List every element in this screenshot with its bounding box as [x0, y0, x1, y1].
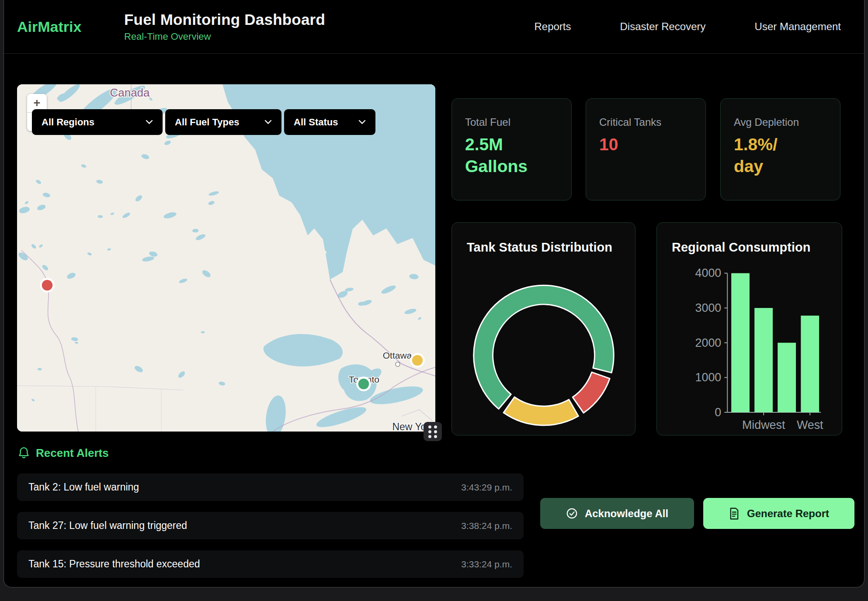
page-subtitle: Real-Time Overview: [124, 31, 325, 42]
acknowledge-all-label: Acknowledge All: [585, 508, 668, 520]
check-circle-icon: [566, 508, 578, 519]
alerts-header: Recent Alerts: [18, 446, 109, 460]
tank-status-chart-card: Tank Status Distribution: [451, 222, 635, 435]
svg-text:West: West: [797, 418, 823, 432]
stat-value: 1.8%/ day: [734, 134, 827, 177]
header-bar: AirMatrix Fuel Monitoring Dashboard Real…: [4, 0, 864, 54]
stat-value: 10: [599, 134, 692, 155]
stat-value-line2: Gallons: [465, 155, 558, 177]
regional-consumption-bar-chart: 01000200030004000MidwestWest: [657, 223, 842, 435]
stat-label: Critical Tanks: [599, 116, 692, 128]
chevron-down-icon: [146, 120, 153, 124]
alert-message: Tank 2: Low fuel warning: [28, 481, 139, 493]
svg-text:3000: 3000: [695, 301, 722, 314]
generate-report-label: Generate Report: [747, 508, 829, 520]
stat-value: 2.5M Gallons: [465, 134, 558, 177]
alert-timestamp: 3:43:29 p.m.: [461, 482, 512, 493]
city-label-ottawa: Ottawa: [383, 350, 412, 360]
regional-consumption-chart-card: Regional Consumption 01000200030004000Mi…: [656, 222, 842, 435]
nav-item-reports[interactable]: Reports: [534, 21, 571, 33]
bell-icon: [18, 447, 30, 459]
normal-tank-marker[interactable]: [358, 378, 370, 390]
bay-island: [309, 249, 326, 256]
map-resize-handle[interactable]: [424, 422, 442, 441]
brand-logo: AirMatrix: [17, 18, 124, 35]
stat-label: Avg Depletion: [734, 116, 827, 128]
map-svg: Canada Ottawa Toronto New York: [17, 84, 435, 432]
main-nav: Reports Disaster Recovery User Managemen…: [534, 21, 841, 33]
document-icon: [729, 508, 740, 520]
status-filter-value: All Status: [294, 117, 338, 128]
warning-tank-marker[interactable]: [411, 354, 424, 367]
svg-text:Midwest: Midwest: [742, 418, 785, 432]
alert-row[interactable]: Tank 27: Low fuel warning triggered 3:38…: [17, 512, 524, 539]
alert-timestamp: 3:33:24 p.m.: [461, 559, 512, 570]
map-canvas[interactable]: Canada Ottawa Toronto New York: [17, 84, 435, 432]
dashboard-window: AirMatrix Fuel Monitoring Dashboard Real…: [3, 0, 865, 587]
title-block: Fuel Monitoring Dashboard Real-Time Over…: [124, 11, 325, 42]
fuel-type-filter-dropdown[interactable]: All Fuel Types: [165, 109, 281, 135]
map-panel: Canada Ottawa Toronto New York + −: [17, 84, 435, 432]
acknowledge-all-button[interactable]: Acknowledge All: [540, 498, 694, 529]
critical-tank-marker[interactable]: [41, 279, 54, 292]
region-filter-dropdown[interactable]: All Regions: [32, 109, 163, 135]
nav-item-user-management[interactable]: User Management: [755, 21, 841, 33]
alert-row[interactable]: Tank 15: Pressure threshold exceeded 3:3…: [17, 550, 524, 578]
fuel-type-filter-value: All Fuel Types: [175, 117, 240, 128]
svg-text:0: 0: [715, 406, 721, 419]
stat-label: Total Fuel: [465, 116, 558, 128]
alert-timestamp: 3:38:24 p.m.: [461, 521, 512, 531]
chevron-down-icon: [358, 120, 366, 124]
stat-value-line2: day: [734, 155, 827, 177]
stat-value-line1: 2.5M: [465, 134, 558, 155]
ottawa-city-dot: [396, 363, 400, 366]
svg-text:1000: 1000: [695, 371, 722, 384]
alert-row[interactable]: Tank 2: Low fuel warning 3:43:29 p.m.: [17, 473, 524, 501]
drag-dots-icon: [428, 425, 437, 438]
stat-card-total-fuel: Total Fuel 2.5M Gallons: [451, 98, 572, 200]
stat-value-line1: 10: [599, 134, 692, 155]
status-filter-dropdown[interactable]: All Status: [284, 109, 375, 135]
stat-value-line1: 1.8%/: [734, 134, 827, 155]
stat-card-avg-depletion: Avg Depletion 1.8%/ day: [720, 98, 840, 200]
stat-card-critical-tanks: Critical Tanks 10: [586, 98, 706, 200]
svg-text:2000: 2000: [695, 336, 722, 349]
svg-text:4000: 4000: [695, 266, 722, 280]
country-label: Canada: [110, 86, 150, 99]
generate-report-button[interactable]: Generate Report: [703, 498, 854, 529]
alert-message: Tank 15: Pressure threshold exceeded: [28, 558, 200, 570]
region-filter-value: All Regions: [42, 117, 94, 128]
map-filter-bar: All Regions All Fuel Types All Status: [32, 109, 375, 135]
nav-item-disaster-recovery[interactable]: Disaster Recovery: [620, 21, 706, 33]
page-title: Fuel Monitoring Dashboard: [124, 11, 325, 28]
alerts-title: Recent Alerts: [36, 446, 109, 460]
chevron-down-icon: [264, 120, 272, 124]
alert-message: Tank 27: Low fuel warning triggered: [28, 520, 187, 532]
tank-status-donut-chart: [452, 223, 635, 435]
